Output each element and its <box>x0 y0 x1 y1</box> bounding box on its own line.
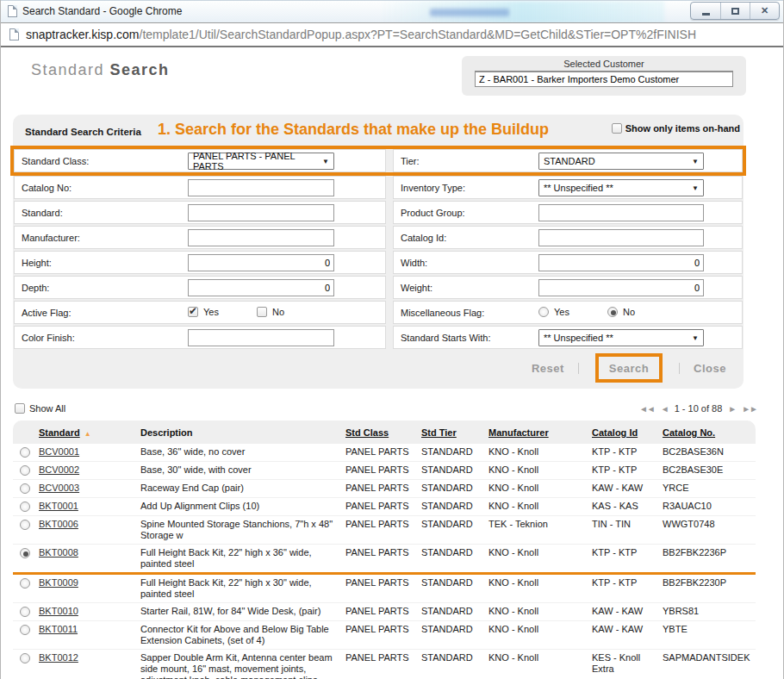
standard-input[interactable] <box>188 204 334 221</box>
criteria-row: Depth: Weight: <box>14 276 743 299</box>
standard-class-select[interactable]: PANEL PARTS - PANEL PARTS▼ <box>188 153 334 170</box>
annotation-search-highlight: Search <box>595 353 663 383</box>
criteria-row: Height: Width: <box>14 251 743 274</box>
standard-link[interactable]: BKT0011 <box>39 624 78 634</box>
background-window-bleed <box>380 1 664 22</box>
results-tbody: BCV0001 Base, 36" wide, no cover PANEL P… <box>13 444 756 679</box>
page-icon <box>8 5 17 17</box>
cell-std-tier: STANDARD <box>418 516 485 545</box>
cell-description: Full Height Back Kit, 22" high x 36" wid… <box>137 545 342 574</box>
cell-catalog-id: TIN - TIN <box>588 516 659 545</box>
show-onhand-checkbox[interactable] <box>612 123 622 134</box>
catalog-id-input[interactable] <box>538 229 704 246</box>
cell-catalog-no: SAPMADANTSIDEK <box>659 650 756 679</box>
selected-customer-input[interactable] <box>475 71 733 87</box>
row-radio[interactable] <box>20 625 30 635</box>
table-row: BKT0008 Full Height Back Kit, 22" high x… <box>13 545 756 574</box>
reset-button[interactable]: Reset <box>532 362 564 375</box>
title-bar: Search Standard - Google Chrome ✕ <box>1 0 783 22</box>
cell-manufacturer: TEK - Teknion <box>485 516 588 545</box>
standard-link[interactable]: BKT0009 <box>39 577 78 588</box>
standard-link[interactable]: BCV0002 <box>39 464 79 475</box>
row-radio[interactable] <box>20 653 30 663</box>
show-onhand-label: Show only items on-hand <box>625 123 740 134</box>
pagination-prev-icon[interactable]: ◄ <box>661 404 669 414</box>
active-flag-label: Active Flag: <box>22 308 71 318</box>
search-button[interactable]: Search <box>609 362 649 375</box>
cell-std-class: PANEL PARTS <box>342 498 418 516</box>
active-flag-yes-checkbox[interactable] <box>188 307 198 317</box>
color-finish-input[interactable] <box>188 329 334 346</box>
pagination-last-icon[interactable]: ►► <box>742 404 757 414</box>
row-radio[interactable] <box>20 548 30 558</box>
row-radio[interactable] <box>20 520 30 530</box>
chevron-down-icon: ▼ <box>692 334 699 342</box>
criteria-row: Manufacturer: Catalog Id: <box>14 226 743 249</box>
url-path: /template1/Util/SearchStandardPopup.aspx… <box>140 28 697 41</box>
minimize-button[interactable] <box>691 3 720 19</box>
cell-catalog-no: BB2FBK2236P <box>659 545 756 574</box>
table-row: BKT0006 Spine Mounted Storage Stanchions… <box>13 516 756 545</box>
url-bar[interactable]: snaptracker.kisp.com/template1/Util/Sear… <box>1 22 783 47</box>
standard-link[interactable]: BCV0003 <box>39 483 79 493</box>
tier-select[interactable]: STANDARD▼ <box>538 153 704 170</box>
row-radio[interactable] <box>20 501 30 512</box>
pagination-first-icon[interactable]: ◄◄ <box>639 404 655 414</box>
width-input[interactable] <box>538 254 704 271</box>
color-finish-label: Color Finish: <box>22 333 75 343</box>
cell-catalog-id: KTP - KTP <box>588 462 659 480</box>
standard-link[interactable]: BKT0008 <box>39 547 78 558</box>
cell-catalog-id: KAW - KAW <box>588 480 659 498</box>
product-group-input[interactable] <box>538 204 704 221</box>
height-input[interactable] <box>188 254 334 271</box>
close-button[interactable]: ✕ <box>750 3 779 19</box>
active-flag-no-checkbox[interactable] <box>257 307 267 317</box>
standard-link[interactable]: BKT0001 <box>39 501 78 511</box>
pagination-next-icon[interactable]: ► <box>728 404 736 414</box>
cell-catalog-no: BC2BASE36N <box>659 444 756 462</box>
table-row: BKT0001 Add Up Alignment Clips (10) PANE… <box>13 498 756 516</box>
manufacturer-input[interactable] <box>188 229 334 246</box>
maximize-button[interactable] <box>720 3 750 19</box>
row-radio[interactable] <box>20 578 30 589</box>
header-manufacturer[interactable]: Manufacturer <box>488 427 549 438</box>
address-text[interactable]: snaptracker.kisp.com/template1/Util/Sear… <box>26 28 696 41</box>
cell-description: Full Height Back Kit, 22" high x 30" wid… <box>137 574 342 603</box>
header-std-tier[interactable]: Std Tier <box>421 427 457 438</box>
catalog-no-label: Catalog No: <box>22 183 72 193</box>
catalog-no-input[interactable] <box>188 179 334 196</box>
row-radio[interactable] <box>20 465 30 476</box>
standard-link[interactable]: BCV0001 <box>39 446 79 457</box>
cell-std-class: PANEL PARTS <box>342 516 418 545</box>
weight-input[interactable] <box>538 279 704 296</box>
row-radio[interactable] <box>20 447 30 458</box>
cell-catalog-no: YBTE <box>659 621 756 650</box>
standard-link[interactable]: BKT0010 <box>39 606 78 616</box>
misc-flag-yes-radio[interactable] <box>538 307 549 317</box>
chevron-down-icon: ▼ <box>692 158 699 165</box>
depth-input[interactable] <box>188 279 334 296</box>
criteria-row: Color Finish: Standard Starts With: ** U… <box>14 326 743 349</box>
standard-link[interactable]: BKT0006 <box>39 519 78 529</box>
header-std-class[interactable]: Std Class <box>345 427 389 438</box>
criteria-panel-title: Standard Search Criteria <box>25 127 141 137</box>
cell-catalog-no: R3AUAC10 <box>659 498 756 516</box>
criteria-close-button[interactable]: Close <box>694 362 726 375</box>
show-all-checkbox[interactable] <box>15 403 25 414</box>
cell-catalog-no: WWGT0748 <box>659 516 756 545</box>
header-standard[interactable]: Standard <box>39 427 80 438</box>
url-domain: snaptracker.kisp.com <box>26 28 140 41</box>
standard-link[interactable]: BKT0012 <box>39 652 78 663</box>
row-radio[interactable] <box>20 607 30 617</box>
cell-description: Base, 36" wide, no cover <box>137 444 342 462</box>
show-all-label: Show All <box>29 403 65 414</box>
header-catalog-no[interactable]: Catalog No. <box>663 427 715 438</box>
maximize-icon <box>731 8 739 15</box>
misc-flag-no-radio[interactable] <box>607 307 618 317</box>
cell-description: Connector Kit for Above and Below Big Ta… <box>137 621 342 650</box>
inventory-type-select[interactable]: ** Unspecified **▼ <box>538 179 704 196</box>
header-catalog-id[interactable]: Catalog Id <box>592 427 638 438</box>
active-flag-yes-label: Yes <box>203 307 219 317</box>
standard-starts-with-select[interactable]: ** Unspecified **▼ <box>538 329 704 346</box>
row-radio[interactable] <box>20 483 30 494</box>
